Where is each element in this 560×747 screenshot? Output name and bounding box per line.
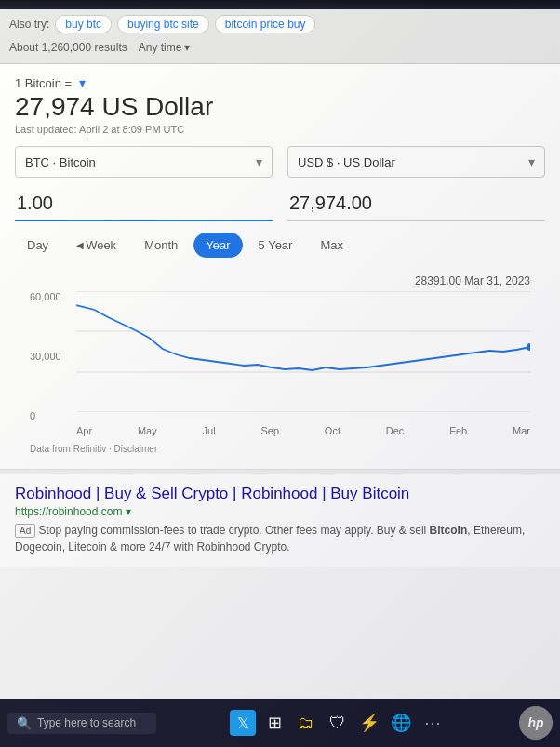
y-label-0: 0	[30, 410, 61, 421]
amount-inputs-row	[15, 187, 545, 221]
screen: Also try: buy btc buying btc site bitcoi…	[0, 0, 560, 747]
chevron-down-icon: ▾	[126, 505, 131, 518]
chip-buying-btc-site[interactable]: buying btc site	[117, 15, 209, 33]
search-icon: 🔍	[17, 716, 32, 730]
x-label-feb: Feb	[449, 425, 467, 436]
time-btn-month[interactable]: Month	[132, 233, 190, 258]
taskbar-icon-twitter[interactable]: 𝕏	[230, 710, 256, 736]
x-label-may: May	[138, 425, 157, 436]
chip-bitcoin-price-buy[interactable]: bitcoin price buy	[215, 15, 316, 33]
x-label-jul: Jul	[203, 425, 216, 436]
chip-buy-btc[interactable]: buy btc	[55, 15, 112, 33]
to-amount-input[interactable]	[287, 187, 545, 221]
chevron-down-icon: ▾	[528, 154, 535, 169]
taskbar-icon-shield[interactable]: 🛡	[325, 710, 351, 736]
from-amount-input[interactable]	[15, 187, 273, 221]
x-axis-labels: Apr May Jul Sep Oct Dec Feb Mar	[30, 425, 530, 436]
taskbar-icons-group: 𝕏 ⊞ 🗂 🛡 ⚡ 🌐 ⋯	[162, 710, 513, 736]
ad-text: Stop paying commission-fees to trade cry…	[15, 524, 525, 554]
robinhood-link[interactable]: Robinhood | Buy & Sell Crypto | Robinhoo…	[15, 485, 545, 503]
time-btn-year[interactable]: Year	[193, 233, 242, 258]
taskbar-icon-folder[interactable]: 🗂	[293, 710, 319, 736]
last-updated-label: Last updated: April 2 at 8:09 PM UTC	[15, 124, 545, 135]
btc-price-display: 27,974 US Dollar	[15, 92, 545, 122]
from-currency-label: BTC · Bitcoin	[25, 155, 96, 169]
taskbar-icon-edge[interactable]: 🌐	[388, 710, 414, 736]
hp-logo: hp	[519, 706, 553, 740]
robinhood-ad: Robinhood | Buy & Sell Crypto | Robinhoo…	[0, 474, 560, 567]
chart-header: 28391.00 Mar 31, 2023	[30, 274, 530, 287]
converter-card: 1 Bitcoin = ▾ 27,974 US Dollar Last upda…	[0, 64, 560, 470]
dark-top-strip	[0, 0, 560, 9]
also-try-row: Also try: buy btc buying btc site bitcoi…	[9, 15, 551, 33]
time-range-row: Day ◀ Week Month Year 5 Year Max	[15, 233, 545, 258]
to-currency-label: USD $ · US Dollar	[298, 155, 395, 169]
y-axis-labels: 60,000 30,000 0	[30, 291, 61, 421]
currency-selectors-row: BTC · Bitcoin ▾ USD $ · US Dollar ▾	[15, 146, 545, 178]
chevron-down-icon: ▾	[184, 41, 190, 54]
taskbar-icon-grid[interactable]: ⊞	[261, 710, 287, 736]
content-area: Also try: buy btc buying btc site bitcoi…	[0, 9, 560, 567]
chart-wrap: 60,000 30,000 0	[30, 291, 530, 421]
taskbar-icon-bolt[interactable]: ⚡	[356, 710, 382, 736]
also-try-label: Also try:	[9, 18, 49, 31]
y-label-60k: 60,000	[30, 291, 61, 302]
ad-badge-label: Ad	[15, 524, 35, 538]
taskbar-search-box[interactable]: 🔍 Type here to search	[7, 713, 156, 734]
x-label-sep: Sep	[260, 425, 279, 436]
y-label-30k: 30,000	[30, 351, 61, 362]
taskbar: 🔍 Type here to search 𝕏 ⊞ 🗂 🛡 ⚡ 🌐 ⋯ hp	[0, 699, 560, 747]
time-btn-day[interactable]: Day	[15, 233, 60, 258]
time-btn-5year[interactable]: 5 Year	[247, 233, 305, 258]
chart-container: 28391.00 Mar 31, 2023 60,000 30,000 0	[15, 267, 545, 440]
robinhood-url-row: https://robinhood.com ▾	[15, 505, 545, 518]
x-label-mar: Mar	[513, 425, 530, 436]
top-bar: Also try: buy btc buying btc site bitcoi…	[0, 9, 560, 64]
chevron-down-icon: ▾	[256, 154, 262, 169]
taskbar-right-area: hp	[519, 706, 553, 740]
chevron-left-icon: ◀	[76, 240, 84, 250]
x-label-oct: Oct	[325, 425, 340, 436]
anytime-button[interactable]: Any time ▾	[139, 41, 191, 54]
bitcoin-eq-row: 1 Bitcoin = ▾	[15, 75, 545, 90]
to-currency-select[interactable]: USD $ · US Dollar ▾	[287, 146, 545, 178]
chart-tooltip-value: 28391.00 Mar 31, 2023	[415, 274, 530, 287]
from-currency-select[interactable]: BTC · Bitcoin ▾	[15, 146, 273, 178]
bitcoin-eq-label: 1 Bitcoin =	[15, 76, 72, 90]
x-label-apr: Apr	[76, 425, 92, 436]
svg-point-4	[527, 343, 530, 351]
x-label-dec: Dec	[386, 425, 405, 436]
time-btn-week[interactable]: ◀ Week	[64, 233, 128, 258]
taskbar-icon-apps[interactable]: ⋯	[420, 710, 446, 736]
week-label: Week	[86, 238, 116, 252]
chart-svg	[76, 291, 530, 412]
time-btn-max[interactable]: Max	[308, 233, 355, 258]
disclaimer-text: Data from Refinitiv · Disclaimer	[15, 440, 545, 458]
ad-description: Ad Stop paying commission-fees to trade …	[15, 522, 545, 555]
results-count: About 1,260,000 results	[9, 41, 127, 54]
robinhood-url-text: https://robinhood.com	[15, 505, 122, 518]
search-placeholder: Type here to search	[37, 716, 136, 729]
chevron-down-icon: ▾	[79, 75, 86, 90]
results-bar: About 1,260,000 results Any time ▾	[9, 37, 551, 58]
